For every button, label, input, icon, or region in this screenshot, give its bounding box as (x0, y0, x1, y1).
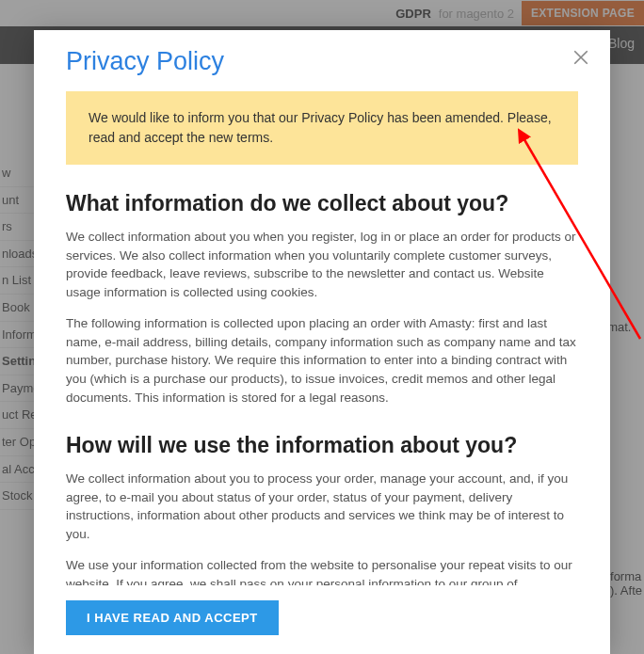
modal-header: Privacy Policy (34, 30, 610, 82)
section-heading-use: How will we use the information about yo… (66, 433, 578, 458)
modal-body[interactable]: We would like to inform you that our Pri… (34, 82, 610, 585)
body-paragraph: We collect information about you to proc… (66, 470, 578, 543)
amendment-notice: We would like to inform you that our Pri… (66, 91, 578, 165)
section-heading-collect: What information do we collect about you… (66, 191, 578, 216)
modal-footer: I HAVE READ AND ACCEPT (34, 585, 610, 654)
body-paragraph: We collect information about you when yo… (66, 228, 578, 301)
body-paragraph: The following information is collected u… (66, 314, 578, 407)
body-paragraph: We use your information collected from t… (66, 556, 578, 585)
modal-title: Privacy Policy (66, 47, 578, 76)
privacy-policy-modal: Privacy Policy We would like to inform y… (34, 30, 610, 654)
accept-button[interactable]: I HAVE READ AND ACCEPT (66, 600, 279, 635)
close-icon[interactable] (572, 49, 589, 66)
